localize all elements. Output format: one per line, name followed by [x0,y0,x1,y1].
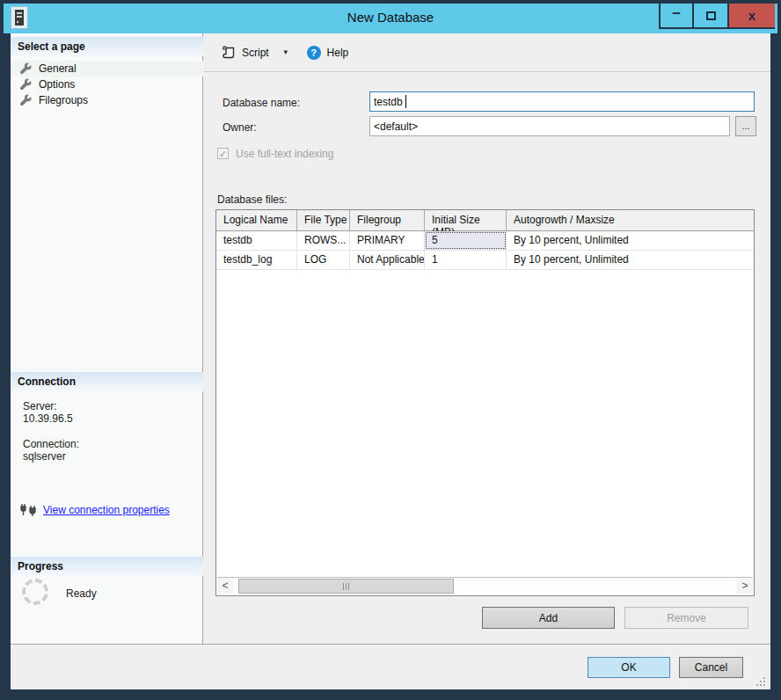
select-a-page-header: Select a page [11,37,203,56]
script-button[interactable]: Script [216,42,274,63]
scroll-right-button[interactable]: > [737,578,753,594]
thumb-grip-icon [346,583,347,590]
add-button[interactable]: Add [482,607,615,629]
ok-button[interactable]: OK [588,657,670,678]
script-icon [222,46,236,60]
owner-browse-button[interactable]: ... [735,116,756,136]
grid-header-row: Logical Name File Type Filegroup Initial… [216,210,754,231]
view-connection-properties-link[interactable]: View connection properties [43,504,170,516]
toolbar: Script ▼ ? Help [204,33,770,72]
grid-cell-logical-name[interactable]: testdb [216,231,297,250]
script-label: Script [242,47,269,59]
title-bar[interactable]: New Database – x [4,4,777,33]
scroll-left-button[interactable]: < [217,578,233,594]
scrollbar-track[interactable] [233,578,737,594]
scrollbar-thumb[interactable] [238,579,454,594]
bottom-bar: OK Cancel [11,644,770,689]
grid-cell-autogrowth[interactable]: By 10 percent, Unlimited [507,251,754,269]
sidebar-item-label: Filegroups [39,94,88,106]
database-name-label: Database name: [223,97,300,109]
close-button[interactable]: x [727,4,775,29]
column-header-autogrowth[interactable]: Autogrowth / Maxsize [507,210,754,230]
column-header-filegroup[interactable]: Filegroup [350,210,425,230]
resize-grip-icon[interactable] [756,677,765,686]
window-controls: – x [659,4,775,29]
owner-label: Owner: [223,121,257,134]
sidebar-item-general[interactable]: General [11,61,203,77]
grid-cell-file-type[interactable]: LOG [297,251,350,269]
new-database-dialog: New Database – x Select a page General O… [0,0,781,700]
close-icon: x [748,8,755,23]
minimize-button[interactable]: – [659,4,692,29]
progress-spinner-icon [22,579,48,605]
database-files-grid: Logical Name File Type Filegroup Initial… [215,209,755,596]
owner-input[interactable] [369,116,730,136]
cancel-button[interactable]: Cancel [679,657,743,678]
grid-cell-initial-size-selected[interactable]: 5 [425,231,507,250]
grid-cell-logical-name[interactable]: testdb_log [216,251,297,269]
remove-button[interactable]: Remove [624,607,748,629]
connection-label: Connection: [23,438,79,450]
grid-cell-autogrowth[interactable]: By 10 percent, Unlimited [507,231,754,250]
grid-cell-file-type[interactable]: ROWS... [297,231,350,250]
wrench-icon [19,94,32,106]
server-value: 10.39.96.5 [23,412,73,425]
wrench-icon [19,62,32,75]
sidebar-item-label: General [39,62,77,75]
database-name-fieldwrap [369,91,755,112]
fulltext-checkbox-label: Use full-text indexing [236,148,333,160]
database-name-input[interactable] [369,91,755,112]
table-row: testdb_log LOG Not Applicable 1 By 10 pe… [216,251,754,270]
server-label: Server: [23,400,57,412]
maximize-button[interactable] [692,4,727,29]
help-icon: ? [307,46,321,60]
sidebar-item-options[interactable]: Options [11,77,203,92]
fulltext-checkbox[interactable]: ✓ [217,148,229,159]
grid-cell-filegroup[interactable]: PRIMARY [350,231,425,250]
progress-status: Ready [66,587,97,600]
grid-cell-initial-size[interactable]: 1 [425,251,507,269]
maximize-icon [706,11,716,20]
table-row: testdb ROWS... PRIMARY 5 By 10 percent, … [216,231,754,251]
main-panel: Script ▼ ? Help Database name: Owner: ..… [204,33,770,644]
thumb-grip-icon [343,583,344,590]
help-label: Help [327,47,349,59]
column-header-initial-size[interactable]: Initial Size (MB) [425,210,507,230]
column-header-logical-name[interactable]: Logical Name [216,210,297,230]
view-connection-properties-row: View connection properties [19,503,170,517]
sidebar: Select a page General Options Filegroups [11,33,203,644]
column-header-file-type[interactable]: File Type [297,210,350,230]
text-caret [405,95,406,108]
grid-cell-filegroup[interactable]: Not Applicable [350,251,425,269]
owner-fieldwrap [369,116,730,136]
sidebar-item-filegroups[interactable]: Filegroups [11,92,203,108]
sidebar-item-label: Options [39,78,75,91]
connection-header: Connection [11,372,203,391]
database-files-label: Database files: [217,193,287,206]
horizontal-scrollbar: < > [217,577,753,594]
dialog-content: Select a page General Options Filegroups [11,33,770,689]
progress-header: Progress [11,557,203,576]
thumb-grip-icon [348,583,349,590]
connection-value: sqlserver [23,450,66,463]
script-dropdown-arrow-icon[interactable]: ▼ [282,48,289,56]
wrench-icon [19,78,32,91]
help-button[interactable]: ? Help [302,42,354,63]
minimize-icon: – [672,4,680,22]
connection-plug-icon [19,503,37,517]
